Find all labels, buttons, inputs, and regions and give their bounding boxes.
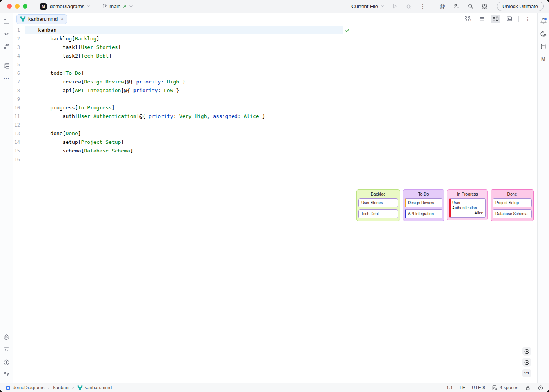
run-button[interactable] [390, 2, 399, 11]
code-line[interactable]: 2 backlog[Backlog] [13, 34, 354, 43]
line-number[interactable]: 9 [13, 96, 25, 102]
breadcrumb-folder-label: kanban [53, 385, 68, 390]
tab-kanban-mmd[interactable]: kanban.mmd × [16, 14, 67, 24]
chevron-down-icon [86, 4, 91, 9]
code-line[interactable]: 5 [13, 60, 354, 69]
line-number[interactable]: 12 [13, 122, 25, 128]
git-branch-icon [3, 372, 10, 378]
encoding-widget[interactable]: UTF-8 [472, 385, 485, 390]
code-line[interactable]: 3 task1[User Stories] [13, 43, 354, 52]
project-switcher[interactable]: M demoDiagrams [40, 3, 91, 10]
run-configuration-selector[interactable]: Current File [351, 4, 385, 9]
grazie-button[interactable]: @ [438, 2, 447, 11]
code-editor[interactable]: 1kanban2 backlog[Backlog]3 task1[User St… [13, 25, 354, 383]
structure-tool-button[interactable] [2, 61, 11, 70]
line-separator-widget[interactable]: LF [460, 385, 465, 390]
code-with-me-button[interactable] [452, 2, 461, 11]
code-line[interactable]: 6 todo[To Do] [13, 69, 354, 78]
services-icon [3, 334, 10, 341]
settings-button[interactable] [480, 2, 489, 11]
code-line[interactable]: 4 task2[Tech Debt] [13, 52, 354, 60]
services-tool-button[interactable] [2, 332, 11, 342]
zoom-reset-button[interactable]: 1:1 [522, 369, 531, 377]
close-window-button[interactable] [7, 4, 12, 9]
user-plus-icon [453, 3, 460, 10]
line-number[interactable]: 8 [13, 88, 25, 93]
line-number[interactable]: 14 [13, 140, 25, 145]
code-text: kanban [38, 26, 56, 34]
breadcrumb-project[interactable]: demoDiagrams [5, 385, 44, 390]
preview-only-view-button[interactable] [505, 15, 514, 23]
line-number[interactable]: 10 [13, 105, 25, 111]
breadcrumb-folder[interactable]: kanban [53, 385, 68, 390]
debug-button[interactable] [404, 2, 413, 11]
more-tool-windows-button[interactable]: ⋯ [2, 73, 11, 83]
minimize-window-button[interactable] [15, 4, 20, 9]
database-tool-button[interactable] [539, 42, 548, 51]
code-line[interactable]: 15 schema[Database Schema] [13, 147, 354, 155]
line-number[interactable]: 16 [13, 157, 25, 162]
indent-widget[interactable]: 4 spaces [492, 385, 518, 391]
zoom-out-icon [524, 359, 530, 365]
svg-text:?: ? [470, 19, 471, 22]
code-line[interactable]: 12 [13, 121, 354, 129]
line-number[interactable]: 13 [13, 131, 25, 136]
line-number[interactable]: 3 [13, 45, 25, 50]
branch-name: main [109, 4, 120, 9]
branch-widget[interactable]: main [102, 4, 133, 9]
line-number[interactable]: 4 [13, 53, 25, 59]
code-line[interactable]: 14 setup[Project Setup] [13, 138, 354, 147]
line-number[interactable]: 15 [13, 148, 25, 154]
line-number[interactable]: 2 [13, 36, 25, 42]
mermaid-help-button[interactable]: ? [464, 15, 473, 23]
line-number[interactable]: 6 [13, 71, 25, 76]
chevron-down-icon [380, 4, 385, 9]
zoom-out-button[interactable] [522, 358, 531, 367]
cursor-position-widget[interactable]: 1:1 [446, 385, 453, 390]
line-number[interactable]: 11 [13, 114, 25, 119]
kanban-card-label: Database Schema [495, 211, 529, 216]
line-number[interactable]: 7 [13, 79, 25, 85]
breadcrumb-file[interactable]: kanban.mmd [77, 385, 112, 390]
mermaid-help-icon: ? [465, 16, 472, 22]
editor-only-view-button[interactable] [477, 15, 487, 23]
code-line[interactable]: 11 auth[User Authentication]@{ priority:… [13, 112, 354, 121]
code-line[interactable]: 10 progress[In Progress] [13, 103, 354, 112]
code-line[interactable]: 9 [13, 95, 354, 103]
problems-tool-button[interactable] [2, 358, 11, 367]
status-bar: demoDiagrams kanban kanban.mmd 1:1 LF UT… [0, 383, 549, 392]
notifications-button[interactable] [539, 16, 548, 26]
terminal-tool-button[interactable] [2, 345, 11, 354]
maven-tool-button[interactable]: M [539, 54, 548, 64]
more-actions-button[interactable]: ⋮ [418, 2, 427, 11]
kanban-card-label: Design Review [408, 200, 440, 205]
kanban-card: Design Review [405, 198, 442, 207]
code-line[interactable]: 8 api[API Integration]@{ priority: Low } [13, 86, 354, 95]
ai-assistant-button[interactable] [539, 29, 548, 38]
unlock-ultimate-button[interactable]: Unlock Ultimate [497, 2, 544, 11]
inspections-widget[interactable] [344, 27, 350, 33]
close-icon[interactable]: × [60, 16, 64, 22]
line-number[interactable]: 5 [13, 62, 25, 67]
line-number[interactable]: 1 [13, 27, 25, 33]
version-control-tool-button[interactable] [2, 370, 11, 379]
code-line[interactable]: 16 [13, 155, 354, 164]
search-everywhere-button[interactable] [466, 2, 475, 11]
code-line[interactable]: 13 done[Done] [13, 129, 354, 138]
commit-tool-button[interactable] [2, 29, 11, 38]
fullscreen-window-button[interactable] [23, 4, 27, 9]
code-line[interactable]: 1kanban [13, 26, 354, 34]
kebab-menu-icon: ⋮ [525, 16, 531, 22]
editor-options-button[interactable]: ⋮ [523, 15, 533, 23]
vcs-tool-button[interactable] [2, 42, 11, 51]
zoom-in-button[interactable] [522, 347, 531, 356]
file-lock-widget[interactable] [525, 385, 531, 391]
code-text: done[Done] [38, 129, 81, 138]
error-analysis-widget[interactable] [538, 385, 544, 391]
split-view-button[interactable] [491, 15, 500, 23]
unlock-ultimate-label: Unlock Ultimate [502, 4, 538, 9]
ellipsis-icon: ⋯ [4, 75, 9, 81]
mermaid-preview-pane[interactable]: BacklogUser StoriesTech DebtTo DoDesign … [354, 25, 537, 383]
project-tool-button[interactable] [2, 16, 11, 26]
code-line[interactable]: 7 review[Design Review]@{ priority: High… [13, 78, 354, 86]
